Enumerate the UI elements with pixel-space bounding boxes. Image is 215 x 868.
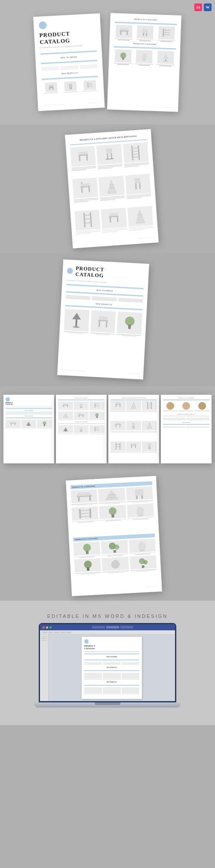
- word-ribbon: [40, 630, 175, 635]
- lp-logo: [84, 639, 89, 644]
- svg-marker-26: [163, 53, 169, 58]
- svg-rect-97: [83, 415, 83, 417]
- product-label: [63, 91, 77, 93]
- cover-document: PRODUCTCATALOG Lorem ipsum dolor sit ame…: [33, 13, 104, 111]
- mini-desc-title: PRODUCTS CATEGORY (WITH DESCRIPTIONS): [111, 397, 157, 399]
- svg-marker-63: [135, 210, 145, 223]
- lp-cover-title: PRODUCTCATALOG: [84, 645, 139, 650]
- svg-rect-19: [164, 30, 170, 30]
- product-image: [127, 206, 153, 227]
- product-cell: [125, 174, 152, 206]
- svg-rect-46: [88, 187, 90, 192]
- svg-rect-52: [135, 183, 137, 189]
- product-image: [158, 26, 175, 39]
- text-line: [41, 69, 58, 71]
- svg-rect-20: [164, 32, 170, 33]
- svg-rect-96: [79, 415, 80, 417]
- svg-rect-141: [78, 497, 80, 501]
- product-cell: [134, 49, 155, 66]
- svg-rect-76: [11, 423, 12, 425]
- product-item: [80, 80, 98, 92]
- svg-rect-98: [79, 413, 80, 414]
- cat-product-cell: [101, 540, 128, 557]
- svg-marker-48: [107, 180, 117, 193]
- svg-rect-129: [120, 443, 120, 450]
- cat-product-image: [101, 540, 128, 554]
- product-label: [156, 64, 174, 65]
- svg-rect-83: [63, 404, 68, 405]
- svg-rect-91: [95, 405, 99, 405]
- svg-point-80: [43, 421, 46, 425]
- close-button-dot: [43, 626, 45, 629]
- svg-rect-153: [81, 516, 89, 517]
- svg-rect-121: [116, 423, 120, 424]
- svg-rect-140: [77, 492, 90, 496]
- svg-rect-47: [80, 181, 82, 184]
- svg-rect-155: [111, 514, 114, 517]
- svg-point-22: [120, 52, 126, 58]
- svg-rect-87: [80, 406, 81, 408]
- svg-rect-119: [148, 408, 151, 408]
- svg-rect-69: [99, 316, 108, 321]
- product-item: [61, 81, 79, 93]
- product-sublabel: [159, 65, 171, 66]
- word-content-area: PRODUCTCATALOG HOW TO ORDER NEW PRODUCTS: [40, 635, 175, 701]
- svg-rect-133: [131, 443, 136, 445]
- svg-point-24: [141, 53, 147, 60]
- laptop-base: [34, 702, 181, 708]
- svg-rect-10: [88, 86, 92, 87]
- mini-presenting-title: PRESENTING PRODUCT SECTION: [163, 414, 209, 415]
- category-grid-2: [74, 538, 157, 575]
- word-document-page: PRODUCTCATALOG HOW TO ORDER NEW PRODUCTS: [82, 637, 142, 699]
- mini-desc-grid: [111, 401, 157, 461]
- svg-rect-41: [133, 153, 138, 154]
- new-products-title: NEW PRODUCTS: [41, 70, 98, 76]
- product-image: [64, 81, 76, 91]
- product-cell: [72, 177, 99, 209]
- cat-product-cell: [129, 538, 156, 556]
- svg-rect-42: [133, 156, 138, 157]
- svg-rect-130: [117, 444, 120, 445]
- svg-rect-105: [81, 430, 82, 432]
- svg-rect-5: [69, 87, 70, 89]
- ribbon-tab: [54, 632, 59, 633]
- product-cell: [155, 50, 176, 67]
- svg-rect-122: [116, 425, 117, 427]
- mini-page-descriptions: PRODUCTS CATEGORY (WITH DESCRIPTIONS): [108, 395, 159, 463]
- lp-new-products-2: NEW PRODUCTS: [84, 681, 139, 683]
- mini-cat-grid-1: [58, 402, 104, 420]
- svg-rect-31: [79, 155, 80, 160]
- mini-logo: [6, 397, 10, 402]
- section-1: Id W PRODUCTCATALOG Lorem ipsum dolor si…: [0, 0, 215, 124]
- team-row: [163, 402, 209, 412]
- category-section-1: PRODUCTS CATEGORY: [71, 481, 155, 535]
- cat-product-cell: [102, 557, 129, 574]
- svg-rect-107: [95, 427, 99, 428]
- svg-rect-84: [63, 405, 64, 407]
- product-label: [135, 63, 153, 64]
- svg-rect-51: [135, 178, 141, 183]
- mini-cat-title: PRODUCTS CATEGORY: [58, 397, 104, 399]
- cat-product-image: [98, 488, 126, 502]
- svg-rect-116: [151, 402, 152, 409]
- svg-rect-135: [135, 445, 136, 448]
- svg-rect-77: [15, 423, 15, 425]
- svg-rect-62: [117, 217, 119, 222]
- svg-rect-57: [85, 218, 90, 220]
- cat-product-image: [102, 557, 129, 571]
- product-image: [96, 144, 122, 165]
- cat-product-image: [71, 489, 98, 503]
- product-sublabel: [139, 40, 151, 41]
- svg-rect-33: [106, 148, 112, 153]
- svg-rect-34: [107, 153, 108, 159]
- svg-rect-126: [134, 426, 135, 429]
- product-label: [136, 39, 154, 40]
- product-cell: [98, 175, 125, 207]
- product-sublabel: [117, 64, 129, 64]
- svg-rect-60: [109, 213, 118, 216]
- mini-how-to-order: HOW TO ORDER: [6, 410, 52, 411]
- svg-rect-66: [75, 319, 77, 327]
- cover-logo: [38, 21, 46, 30]
- svg-marker-127: [147, 423, 152, 429]
- product-image: [157, 50, 174, 64]
